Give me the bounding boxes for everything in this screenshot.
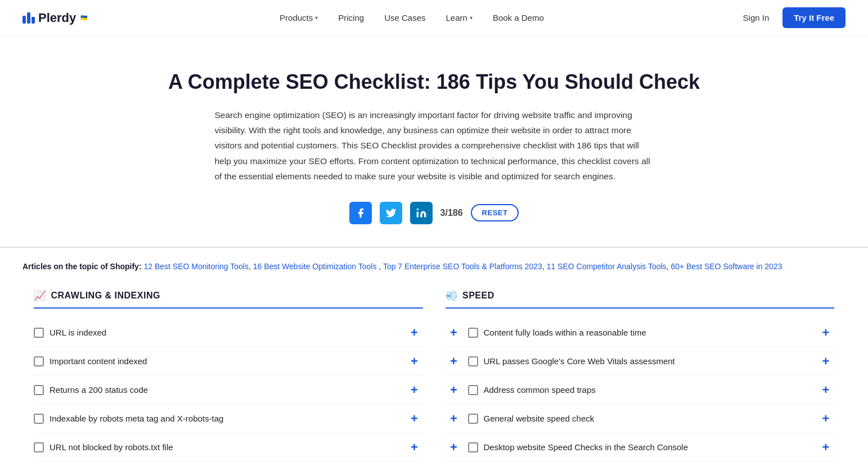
expand-button[interactable]: + xyxy=(817,411,834,426)
list-item: URL is indexed + xyxy=(34,319,423,347)
nav-products[interactable]: Products ▾ xyxy=(272,8,326,27)
articles-bar: Articles on the topic of Shopify: 12 Bes… xyxy=(0,248,868,284)
expand-button[interactable]: + xyxy=(446,469,462,471)
checkbox-content-indexed[interactable] xyxy=(34,356,44,366)
main-nav: Products ▾ Pricing Use Cases Learn ▾ Boo… xyxy=(272,8,552,27)
crawling-title: CRAWLING & INDEXING xyxy=(51,291,160,301)
item-label: Address common speed traps xyxy=(484,385,812,395)
expand-button[interactable]: + xyxy=(446,354,462,369)
article-link-2[interactable]: 16 Best Website Optimization Tools xyxy=(253,262,377,271)
facebook-icon[interactable] xyxy=(349,202,372,224)
nav-use-cases[interactable]: Use Cases xyxy=(376,8,433,27)
hero-section: A Complete SEO Checklist: 186 Tips You S… xyxy=(0,36,868,247)
speed-header: 💨 SPEED xyxy=(446,289,835,309)
expand-button[interactable]: + xyxy=(406,469,423,471)
list-item: Indexable by robots meta tag and X-robot… xyxy=(34,405,423,433)
sign-in-button[interactable]: Sign In xyxy=(736,8,776,27)
expand-button[interactable]: + xyxy=(446,325,462,340)
checkbox-robots-meta[interactable] xyxy=(34,414,44,424)
crawling-icon: 📈 xyxy=(34,289,47,302)
speed-col: 💨 SPEED + Content fully loads within a r… xyxy=(434,289,846,471)
header: Plerdy 🇺🇦 Products ▾ Pricing Use Cases L… xyxy=(0,0,868,36)
logo-text: Plerdy xyxy=(38,11,76,25)
checkbox-200-status[interactable] xyxy=(34,385,44,395)
header-actions: Sign In Try It Free xyxy=(736,7,845,28)
speed-title: SPEED xyxy=(462,291,494,301)
expand-button[interactable]: + xyxy=(406,440,423,455)
crawling-header: 📈 CRAWLING & INDEXING xyxy=(34,289,423,309)
expand-button[interactable]: + xyxy=(406,383,423,397)
list-item: Important content indexed + xyxy=(34,347,423,376)
expand-button[interactable]: + xyxy=(817,354,834,369)
crawling-indexing-col: 📈 CRAWLING & INDEXING URL is indexed + I… xyxy=(23,289,434,471)
item-label: Desktop website Speed Checks in the Sear… xyxy=(484,442,812,452)
reset-button[interactable]: RESET xyxy=(471,204,519,221)
expand-button[interactable]: + xyxy=(406,411,423,426)
checkbox-robots-txt[interactable] xyxy=(34,442,44,452)
article-link-5[interactable]: 60+ Best SEO Software in 2023 xyxy=(671,262,782,271)
chevron-down-icon: ▾ xyxy=(470,15,473,21)
checklist-counter: 3/186 xyxy=(440,208,463,218)
item-label: URL passes Google's Core Web Vitals asse… xyxy=(484,356,812,366)
expand-button[interactable]: + xyxy=(817,325,834,340)
expand-button[interactable]: + xyxy=(446,440,462,455)
svg-point-0 xyxy=(416,208,418,210)
expand-button[interactable]: + xyxy=(817,440,834,455)
nav-pricing[interactable]: Pricing xyxy=(330,8,372,27)
expand-button[interactable]: + xyxy=(817,383,834,397)
item-label: Content fully loads within a reasonable … xyxy=(484,328,812,337)
expand-button[interactable]: + xyxy=(446,411,462,426)
page-title: A Complete SEO Checklist: 186 Tips You S… xyxy=(113,70,755,94)
chevron-down-icon: ▾ xyxy=(315,15,318,21)
article-link-1[interactable]: 12 Best SEO Monitoring Tools xyxy=(143,262,249,271)
list-item: + Address common speed traps + xyxy=(446,376,835,405)
article-link-4[interactable]: 11 SEO Competitor Analysis Tools xyxy=(547,262,667,271)
logo[interactable]: Plerdy 🇺🇦 xyxy=(23,11,87,25)
item-label: URL is indexed xyxy=(50,328,401,337)
checkbox-speed-traps[interactable] xyxy=(468,385,478,395)
list-item: Returns a 200 status code + xyxy=(34,376,423,405)
list-item: + Content fully loads within a reasonabl… xyxy=(446,319,835,347)
expand-button[interactable]: + xyxy=(817,469,834,471)
checkbox-core-web-vitals[interactable] xyxy=(468,356,478,366)
try-free-button[interactable]: Try It Free xyxy=(782,7,845,28)
list-item: + URL passes Google's Core Web Vitals as… xyxy=(446,347,835,376)
item-label: Indexable by robots meta tag and X-robot… xyxy=(50,414,401,423)
logo-flag: 🇺🇦 xyxy=(80,15,87,21)
nav-learn[interactable]: Learn ▾ xyxy=(438,8,480,27)
expand-button[interactable]: + xyxy=(406,354,423,369)
logo-icon xyxy=(23,12,35,24)
list-item: URL not blocked by robots.txt file + xyxy=(34,433,423,462)
item-label: Returns a 200 status code xyxy=(50,385,401,395)
checklist-section: 📈 CRAWLING & INDEXING URL is indexed + I… xyxy=(0,284,868,471)
checkbox-desktop-speed[interactable] xyxy=(468,442,478,452)
list-item: + General website speed check + xyxy=(446,405,835,433)
checkbox-url-indexed[interactable] xyxy=(34,328,44,338)
expand-button[interactable]: + xyxy=(446,383,462,397)
social-row: 3/186 RESET xyxy=(113,202,755,224)
list-item: + Mobile website Speed Checks in the Sea… xyxy=(446,462,835,471)
list-item: + Desktop website Speed Checks in the Se… xyxy=(446,433,835,462)
checkbox-general-speed[interactable] xyxy=(468,414,478,424)
speed-icon: 💨 xyxy=(446,289,458,302)
article-link-3[interactable]: Top 7 Enterprise SEO Tools & Platforms 2… xyxy=(383,262,542,271)
linkedin-icon[interactable] xyxy=(410,202,433,224)
hero-description: Search engine optimization (SEO) is an i… xyxy=(215,107,654,184)
item-label: General website speed check xyxy=(484,414,812,423)
articles-prefix: Articles on the topic of Shopify: xyxy=(23,262,142,271)
expand-button[interactable]: + xyxy=(406,325,423,340)
twitter-icon[interactable] xyxy=(380,202,402,224)
item-label: Important content indexed xyxy=(50,356,401,366)
item-label: URL not blocked by robots.txt file xyxy=(50,442,401,452)
list-item: Sitemap file location defined in robots.… xyxy=(34,462,423,471)
checkbox-content-loads[interactable] xyxy=(468,328,478,338)
nav-book-demo[interactable]: Book a Demo xyxy=(485,8,552,27)
